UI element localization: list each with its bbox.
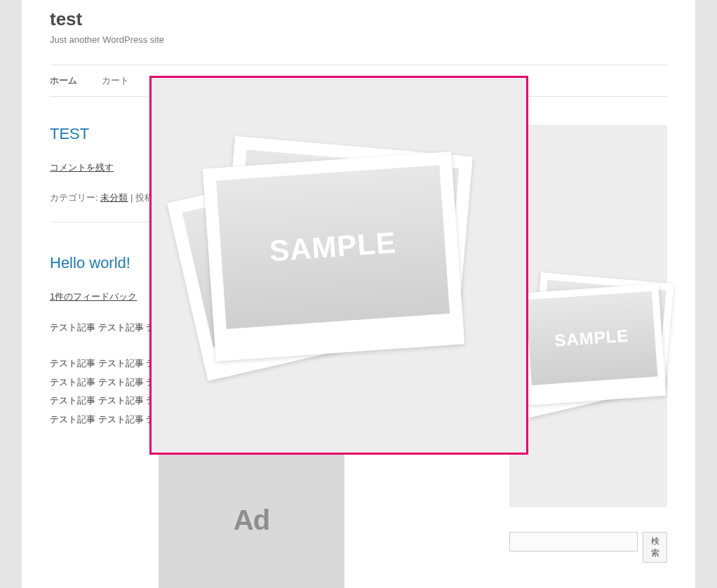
meta-separator: | xyxy=(130,192,135,203)
feedback-link[interactable]: 1件のフィードバック xyxy=(50,290,137,303)
search-widget: 検索 xyxy=(509,532,667,563)
sample-label: SAMPLE xyxy=(269,226,398,269)
sample-label: SAMPLE xyxy=(554,326,629,350)
ad-label: Ad xyxy=(234,505,269,536)
site-tagline: Just another WordPress site xyxy=(50,34,667,45)
category-link[interactable]: 未分類 xyxy=(100,192,128,203)
photo-frame-front: SAMPLE xyxy=(518,283,666,406)
site-title[interactable]: test xyxy=(50,8,667,30)
nav-home[interactable]: ホーム xyxy=(50,74,77,87)
ad-placeholder[interactable]: Ad xyxy=(159,452,344,588)
search-button[interactable]: 検索 xyxy=(643,532,667,563)
sidebar-sample-widget: SAMPLE xyxy=(509,125,667,507)
sample-overlay-modal[interactable]: SAMPLE xyxy=(149,76,528,455)
category-label: カテゴリー: xyxy=(50,192,98,203)
photo-frame-front: SAMPLE xyxy=(203,152,464,361)
sidebar: SAMPLE 検索 xyxy=(509,125,667,588)
leave-comment-link[interactable]: コメントを残す xyxy=(50,161,114,174)
search-input[interactable] xyxy=(509,532,638,552)
nav-cart[interactable]: カート xyxy=(102,74,129,87)
